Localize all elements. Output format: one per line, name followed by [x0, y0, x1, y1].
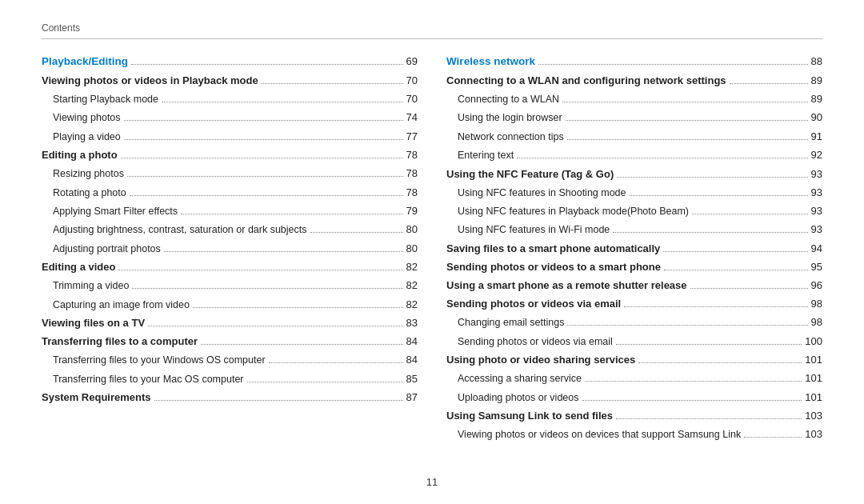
toc-page-num: 69 — [406, 54, 418, 70]
toc-dots — [118, 270, 402, 270]
toc-dots — [567, 325, 807, 326]
toc-page-num: 92 — [811, 147, 822, 163]
toc-page-num: 80 — [406, 222, 418, 238]
toc-label: Entering text — [446, 148, 514, 163]
toc-dots — [663, 251, 807, 252]
toc-entry: Connecting to a WLAN89 — [446, 91, 822, 107]
toc-page-num: 89 — [811, 73, 822, 89]
toc-label: Using NFC features in Shooting mode — [446, 186, 626, 201]
toc-dots — [562, 102, 807, 102]
toc-entry: Using a smart phone as a remote shutter … — [446, 278, 822, 294]
toc-label: Using Samsung Link to send files — [446, 408, 613, 424]
toc-label: Trimming a video — [42, 278, 129, 294]
toc-page-num: 83 — [406, 315, 418, 331]
toc-entry: Starting Playback mode70 — [42, 91, 418, 107]
toc-dots — [247, 382, 403, 382]
toc-page-num: 70 — [406, 73, 418, 89]
toc-label: Viewing photos or videos in Playback mod… — [42, 73, 258, 89]
toc-page-num: 88 — [811, 54, 822, 70]
toc-dots — [164, 251, 403, 252]
toc-label: Adjusting brightness, contrast, saturati… — [42, 222, 307, 238]
toc-label: Wireless network — [446, 54, 535, 70]
toc-label: Sending photos or videos via email — [446, 334, 613, 350]
toc-entry: Adjusting portrait photos80 — [42, 241, 418, 257]
toc-dots — [730, 83, 808, 84]
toc-page-num: 80 — [406, 241, 418, 257]
toc-page-num: 82 — [406, 297, 418, 313]
toc-dots — [664, 270, 808, 270]
toc-label: Playing a video — [42, 130, 121, 145]
toc-label: System Requirements — [42, 390, 151, 406]
toc-label: Connecting to a WLAN and configuring net… — [446, 73, 726, 89]
toc-label: Starting Playback mode — [42, 92, 158, 107]
toc-page-num: 82 — [406, 278, 418, 294]
toc-entry: Capturing an image from video82 — [42, 297, 418, 313]
page-number-footer: 11 — [0, 476, 864, 488]
divider — [42, 38, 822, 39]
toc-page-num: 93 — [811, 185, 822, 201]
toc-entry: Accessing a sharing service101 — [446, 370, 822, 386]
toc-label: Applying Smart Filter effects — [42, 204, 178, 219]
toc-page-num: 84 — [406, 334, 418, 350]
toc-entry: Sending photos or videos via email100 — [446, 334, 822, 350]
toc-label: Sending photos or videos via email — [446, 296, 621, 312]
toc-label: Using photo or video sharing services — [446, 352, 635, 368]
toc-label: Viewing photos or videos on devices that… — [446, 427, 741, 442]
toc-entry: Entering text92 — [446, 147, 822, 163]
toc-entry: Transferring files to your Mac OS comput… — [42, 371, 418, 387]
toc-label: Playback/Editing — [42, 54, 128, 70]
toc-entry: Editing a photo78 — [42, 147, 418, 163]
toc-entry: Using NFC features in Wi-Fi mode93 — [446, 222, 822, 238]
toc-entry: Playing a video77 — [42, 129, 418, 145]
page-container: Contents Playback/Editing69Viewing photo… — [0, 0, 864, 504]
toc-label: Transferring files to your Mac OS comput… — [42, 372, 244, 387]
toc-dots — [616, 418, 802, 419]
toc-entry: Transferring files to your Windows OS co… — [42, 352, 418, 368]
toc-dots — [162, 102, 403, 102]
toc-dots — [624, 306, 807, 307]
toc-dots — [744, 437, 802, 438]
toc-page-num: 101 — [805, 370, 822, 386]
toc-entry: Connecting to a WLAN and configuring net… — [446, 73, 822, 89]
toc-page-num: 74 — [406, 110, 418, 126]
toc-page-num: 87 — [406, 390, 418, 406]
toc-entry: Uploading photos or videos101 — [446, 390, 822, 406]
toc-page-num: 79 — [406, 203, 418, 219]
toc-entry: Changing email settings98 — [446, 314, 822, 330]
toc-page-num: 84 — [406, 352, 418, 368]
toc-entry: Editing a video82 — [42, 259, 418, 275]
page-number: 11 — [426, 476, 438, 488]
left-column: Playback/Editing69Viewing photos or vide… — [42, 54, 418, 446]
toc-entry: Resizing photos78 — [42, 166, 418, 182]
header-label: Contents — [42, 22, 822, 34]
toc-page-num: 96 — [811, 278, 822, 294]
toc-dots — [132, 288, 402, 289]
toc-page-num: 95 — [811, 259, 822, 275]
toc-dots — [148, 326, 402, 326]
toc-page-num: 78 — [406, 166, 418, 182]
toc-entry: Transferring files to a computer84 — [42, 334, 418, 350]
toc-page-num: 78 — [406, 147, 418, 163]
toc-page-num: 91 — [811, 129, 822, 145]
toc-dots — [692, 214, 808, 214]
toc-page-num: 90 — [811, 110, 822, 126]
toc-entry: Sending photos or videos via email98 — [446, 296, 822, 312]
toc-label: Uploading photos or videos — [446, 390, 579, 406]
toc-entry: Adjusting brightness, contrast, saturati… — [42, 222, 418, 238]
toc-dots — [121, 158, 403, 158]
toc-entry: Rotating a photo78 — [42, 185, 418, 201]
toc-page-num: 100 — [805, 334, 822, 350]
toc-dots — [582, 400, 802, 401]
toc-label: Using the login browser — [446, 110, 562, 126]
toc-page-num: 93 — [811, 166, 822, 182]
toc-label: Saving files to a smart phone automatica… — [446, 241, 660, 257]
toc-entry: Using Samsung Link to send files103 — [446, 408, 822, 424]
toc-page-num: 101 — [805, 352, 822, 368]
toc-dots — [262, 83, 403, 84]
toc-entry: Trimming a video82 — [42, 278, 418, 294]
toc-dots — [538, 64, 808, 65]
toc-dots — [517, 158, 807, 158]
toc-entry: Viewing photos74 — [42, 110, 418, 126]
toc-dots — [630, 195, 808, 196]
toc-entry: System Requirements87 — [42, 390, 418, 406]
